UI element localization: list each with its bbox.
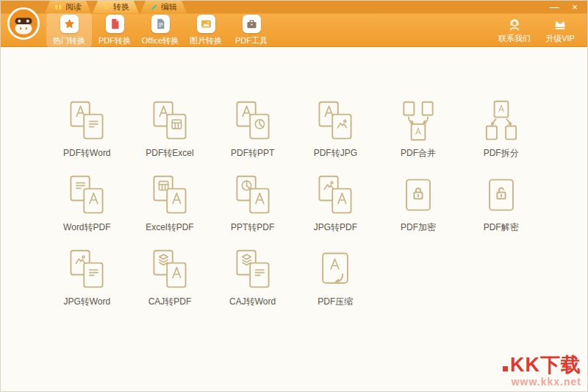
grid-item-label: PDF转Excel xyxy=(146,147,193,160)
book-icon xyxy=(54,3,62,11)
conversion-grid: PDF转Word PDF转Excel PDF转PPT xyxy=(46,47,542,308)
grid-item-pdf-encrypt[interactable]: PDF加密 xyxy=(377,173,460,234)
contact-us-label: 联系我们 xyxy=(498,33,531,44)
grid-item-label: JPG转Word xyxy=(63,296,110,308)
excel-to-pdf-icon xyxy=(148,173,192,217)
pdf-to-word-icon xyxy=(65,99,109,143)
grid-item-label: PDF压缩 xyxy=(318,296,353,308)
tab-label: 转换 xyxy=(113,1,129,13)
tab-convert[interactable]: 转换 xyxy=(93,1,139,13)
main-content: PDF转Word PDF转Excel PDF转PPT xyxy=(1,47,587,392)
grid-item-pdf-split[interactable]: PDF拆分 xyxy=(459,99,542,160)
toolbar-item-label: PDF转换 xyxy=(98,35,131,46)
grid-item-label: PDF拆分 xyxy=(484,147,519,160)
window-controls: — × xyxy=(548,1,581,13)
tab-read[interactable]: 阅读 xyxy=(45,1,91,13)
toolbar: 热门转换 PDF转换 Office转换 图片转换 xyxy=(46,13,581,46)
pdf-split-icon xyxy=(479,99,523,143)
grid-item-label: PDF解密 xyxy=(484,221,519,234)
grid-item-caj-to-pdf[interactable]: CAJ转PDF xyxy=(129,247,212,308)
grid-item-label: Word转PDF xyxy=(63,221,110,234)
mascot-logo-icon xyxy=(7,7,40,40)
pdf-to-ppt-icon xyxy=(231,99,275,143)
minimize-button[interactable]: — xyxy=(548,1,560,13)
watermark-url: www.kkx.net xyxy=(503,377,581,388)
watermark-dot xyxy=(503,366,508,371)
grid-item-label: CAJ转Word xyxy=(229,296,276,308)
briefcase-icon xyxy=(243,15,261,33)
toolbar-item-label: 热门转换 xyxy=(53,35,85,46)
header: 阅读 转换 编辑 — × 热门转换 xyxy=(1,1,587,47)
grid-item-excel-to-pdf[interactable]: Excel转PDF xyxy=(129,173,212,234)
grid-item-label: PPT转PDF xyxy=(231,221,274,234)
grid-item-ppt-to-pdf[interactable]: PPT转PDF xyxy=(211,173,294,234)
contact-us-button[interactable]: 联系我们 xyxy=(493,15,536,44)
pdf-encrypt-icon xyxy=(396,173,440,217)
close-button[interactable]: × xyxy=(569,1,581,13)
grid-item-jpg-to-word[interactable]: JPG转Word xyxy=(46,247,129,308)
convert-arrows-icon xyxy=(102,3,110,11)
pdf-file-icon xyxy=(106,15,124,33)
grid-item-label: JPG转PDF xyxy=(314,221,357,234)
grid-item-caj-to-word[interactable]: CAJ转Word xyxy=(211,247,294,308)
star-icon xyxy=(60,15,79,33)
grid-item-pdf-to-ppt[interactable]: PDF转PPT xyxy=(211,99,294,160)
toolbar-item-image-convert[interactable]: 图片转换 xyxy=(183,13,229,48)
tab-edit[interactable]: 编辑 xyxy=(140,1,187,13)
upgrade-vip-label: 升级VIP xyxy=(545,33,575,44)
grid-item-pdf-merge[interactable]: PDF合并 xyxy=(377,99,460,160)
toolbar-item-office-convert[interactable]: Office转换 xyxy=(137,13,183,48)
image-icon xyxy=(197,15,215,33)
grid-item-label: PDF转Word xyxy=(63,147,110,160)
grid-item-pdf-compress[interactable]: PDF压缩 xyxy=(294,247,377,308)
grid-item-pdf-to-excel[interactable]: PDF转Excel xyxy=(129,99,212,160)
grid-item-jpg-to-pdf[interactable]: JPG转PDF xyxy=(294,173,377,234)
grid-item-label: PDF加密 xyxy=(401,221,436,234)
jpg-to-word-icon xyxy=(65,247,109,291)
grid-item-pdf-decrypt[interactable]: PDF解密 xyxy=(459,173,542,234)
watermark-title: KK下载 xyxy=(510,354,581,375)
upgrade-vip-button[interactable]: 升级VIP xyxy=(539,15,581,44)
toolbar-item-pdf-convert[interactable]: PDF转换 xyxy=(92,13,137,48)
pdf-to-jpg-icon xyxy=(313,99,357,143)
grid-item-label: CAJ转PDF xyxy=(148,296,192,308)
ppt-to-pdf-icon xyxy=(231,173,275,217)
grid-item-label: Excel转PDF xyxy=(146,221,193,234)
watermark: KK下载 www.kkx.net xyxy=(503,354,581,388)
grid-item-label: PDF转PPT xyxy=(231,147,274,160)
grid-item-word-to-pdf[interactable]: Word转PDF xyxy=(46,173,129,234)
grid-item-pdf-to-word[interactable]: PDF转Word xyxy=(46,99,129,160)
toolbar-item-label: Office转换 xyxy=(142,35,179,46)
headset-icon xyxy=(507,17,522,32)
grid-item-label: PDF转JPG xyxy=(314,147,357,160)
app-logo xyxy=(7,7,40,40)
tab-label: 编辑 xyxy=(161,1,177,13)
toolbar-right: 联系我们 升级VIP xyxy=(493,15,581,44)
tab-label: 阅读 xyxy=(65,1,82,13)
pencil-icon xyxy=(150,3,158,11)
pdf-to-excel-icon xyxy=(148,99,192,143)
window-tabs: 阅读 转换 编辑 xyxy=(45,1,188,13)
caj-to-pdf-icon xyxy=(148,247,192,291)
crown-icon xyxy=(553,17,567,32)
grid-item-label: PDF合并 xyxy=(401,147,436,160)
app-window: 阅读 转换 编辑 — × 热门转换 xyxy=(0,0,588,392)
jpg-to-pdf-icon xyxy=(313,173,357,217)
caj-to-word-icon xyxy=(231,247,275,291)
toolbar-item-hot-convert[interactable]: 热门转换 xyxy=(46,13,92,48)
office-file-icon xyxy=(151,15,170,33)
toolbar-item-pdf-tools[interactable]: PDF工具 xyxy=(229,13,274,48)
toolbar-item-label: PDF工具 xyxy=(235,35,268,46)
pdf-decrypt-icon xyxy=(479,173,523,217)
word-to-pdf-icon xyxy=(65,173,109,217)
toolbar-item-label: 图片转换 xyxy=(190,35,222,46)
pdf-compress-icon xyxy=(313,247,357,291)
pdf-merge-icon xyxy=(396,99,440,143)
grid-item-pdf-to-jpg[interactable]: PDF转JPG xyxy=(294,99,377,160)
